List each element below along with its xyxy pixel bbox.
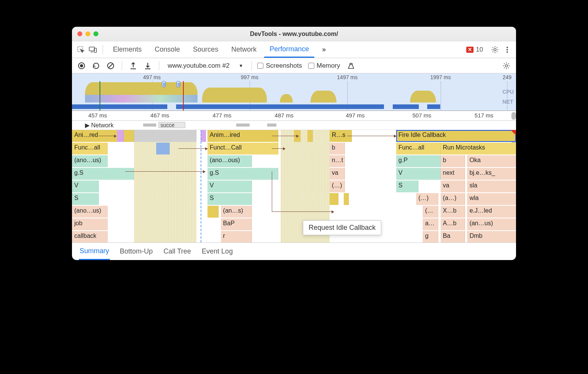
flame-bar[interactable]: g.S [72, 168, 134, 180]
flame-bar[interactable]: (an…s) [221, 206, 252, 218]
flame-bar[interactable]: b [330, 143, 345, 154]
overview-range-handle-left[interactable] [162, 81, 166, 87]
flame-bar[interactable]: Dmb [467, 231, 516, 242]
close-window-button[interactable] [77, 31, 82, 36]
net-chart [72, 104, 505, 109]
flame-bar[interactable]: b [441, 155, 465, 167]
flame-bar[interactable]: a… [423, 218, 438, 230]
initiator-arrow [347, 136, 396, 136]
flame-bar[interactable]: V [207, 180, 252, 192]
recording-select-caret-icon[interactable]: ▼ [236, 63, 247, 68]
flame-bar[interactable]: S [207, 193, 252, 205]
horizontal-scroll-thumb[interactable] [511, 112, 516, 120]
settings-gear-icon[interactable] [490, 45, 500, 55]
checkbox-icon [308, 63, 314, 69]
clear-button[interactable] [105, 60, 116, 72]
flame-bar[interactable]: Func…all [72, 143, 108, 154]
device-toggle-icon[interactable] [88, 45, 98, 55]
detail-ruler[interactable]: 457 ms 467 ms 477 ms 487 ms 497 ms 507 m… [72, 111, 516, 121]
traffic-lights [77, 31, 98, 36]
error-counter[interactable]: ✕ 10 [466, 46, 483, 54]
flame-bar[interactable]: S [396, 180, 418, 192]
flame-bar[interactable]: (… [423, 206, 438, 218]
titlebar: DevTools - www.youtube.com/ [72, 27, 516, 41]
flame-bar[interactable]: g.P [396, 155, 441, 167]
flame-bar[interactable]: wla [467, 193, 516, 205]
flame-bar[interactable]: g.S [207, 168, 279, 180]
tab-sources[interactable]: Sources [188, 42, 224, 57]
flame-bar[interactable]: n…t [330, 155, 345, 167]
timeline-overview[interactable]: 497 ms 997 ms 1497 ms 1997 ms 249 CPU NE… [72, 73, 516, 111]
flame-bar[interactable]: (ano…us) [72, 155, 108, 167]
reload-record-button[interactable] [90, 60, 102, 72]
flame-bar[interactable]: Func…all [396, 143, 441, 154]
flame-bar[interactable] [201, 130, 206, 142]
screenshots-checkbox[interactable]: Screenshots [257, 62, 302, 70]
details-tab-call-tree[interactable]: Call Tree [163, 244, 192, 259]
details-tab-event-log[interactable]: Event Log [201, 244, 234, 259]
record-button[interactable] [76, 60, 87, 72]
tab-elements[interactable]: Elements [108, 42, 147, 57]
flame-bar[interactable]: r [221, 231, 252, 242]
flame-bar[interactable]: callback [72, 231, 108, 242]
flame-bar[interactable] [117, 130, 123, 142]
flame-bar[interactable]: Ba [441, 231, 465, 242]
details-tab-summary[interactable]: Summary [79, 243, 110, 260]
flame-bar[interactable]: bj.e…ks_ [467, 168, 516, 180]
maximize-window-button[interactable] [93, 31, 98, 36]
flame-bar-selected[interactable]: Fire Idle Callback [396, 130, 516, 142]
flame-bar[interactable]: A…b [441, 218, 465, 230]
flame-bar[interactable]: next [441, 168, 465, 180]
details-tab-bottom-up[interactable]: Bottom-Up [119, 244, 154, 259]
collect-garbage-icon[interactable] [345, 60, 357, 72]
memory-checkbox[interactable]: Memory [308, 62, 340, 70]
flame-bar[interactable] [330, 193, 338, 205]
flame-bar[interactable]: (a…) [441, 193, 465, 205]
network-request-bar[interactable]: succe [158, 122, 185, 128]
time-cursor [201, 130, 201, 242]
flame-bar[interactable]: e.J…led [467, 206, 516, 218]
tabs-overflow-button[interactable]: » [317, 42, 332, 57]
flame-bar[interactable]: (ano…us) [72, 206, 108, 218]
flame-bar[interactable]: va [330, 168, 345, 180]
tab-performance[interactable]: Performance [264, 42, 314, 58]
chevron-right-icon: ▶ [85, 122, 90, 129]
download-profile-icon[interactable] [142, 60, 154, 72]
flame-bar[interactable] [134, 130, 196, 142]
tab-console[interactable]: Console [149, 42, 185, 57]
tab-network[interactable]: Network [226, 42, 262, 57]
flame-bar[interactable]: (…) [416, 193, 438, 205]
flame-bar[interactable] [344, 193, 349, 205]
initiator-arrow [178, 148, 207, 149]
flame-bar[interactable]: va [441, 180, 465, 192]
flame-bar[interactable]: g [423, 231, 438, 242]
marker-line [183, 81, 184, 111]
more-menu-icon[interactable] [502, 45, 512, 55]
flame-bar[interactable]: Run Microtasks [441, 143, 516, 154]
flame-bar[interactable] [207, 206, 219, 218]
minimize-window-button[interactable] [85, 31, 90, 36]
flame-chart[interactable]: Ani…red Func…all (ano…us) g.S V S (ano…u… [72, 130, 516, 242]
flame-bar[interactable]: BaP [221, 218, 252, 230]
flame-bar[interactable]: Funct…Call [207, 143, 279, 154]
flame-bar[interactable]: S [72, 193, 99, 205]
flame-bar[interactable]: V [72, 180, 99, 192]
recording-select-label[interactable]: www.youtube.com #2 [165, 62, 233, 70]
capture-settings-gear-icon[interactable] [501, 60, 512, 72]
flame-bar[interactable]: (ano…ous) [207, 155, 252, 167]
flame-bar[interactable]: job [72, 218, 108, 230]
flame-bar[interactable]: (…) [330, 180, 345, 192]
network-track[interactable]: ▶ Network succe [72, 121, 516, 130]
inspect-element-icon[interactable] [76, 45, 86, 55]
flame-bar[interactable] [156, 143, 170, 154]
flame-bar[interactable]: (an…us) [467, 218, 516, 230]
upload-profile-icon[interactable] [127, 60, 139, 72]
overview-range-handle-right[interactable] [176, 81, 180, 87]
svg-rect-1 [89, 47, 95, 51]
flame-bar[interactable] [307, 130, 313, 142]
flame-bar[interactable]: Oka [467, 155, 516, 167]
flame-bar[interactable]: V [396, 168, 441, 180]
flame-bar[interactable]: sla [467, 180, 516, 192]
flame-bar[interactable]: X…b [441, 206, 465, 218]
flame-bar[interactable]: Anim…ired [207, 130, 279, 142]
